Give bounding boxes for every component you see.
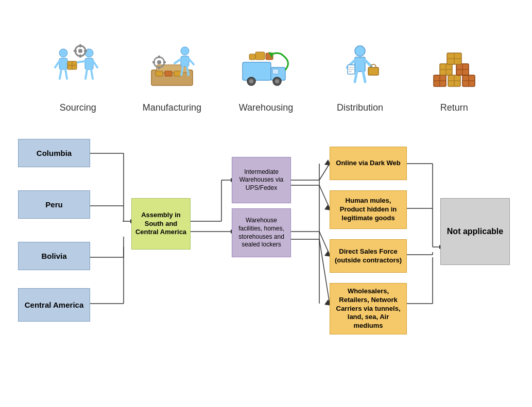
- svg-rect-33: [181, 56, 189, 66]
- svg-rect-1: [59, 58, 67, 69]
- bolivia-box: Bolivia: [18, 242, 90, 270]
- svg-line-34: [175, 59, 181, 63]
- svg-line-14: [91, 69, 93, 79]
- distribution-label: Distribution: [337, 102, 383, 113]
- svg-line-2: [55, 61, 59, 67]
- svg-rect-20: [84, 50, 87, 52]
- return-icon: [423, 37, 485, 98]
- svg-rect-29: [158, 66, 160, 69]
- svg-rect-10: [85, 58, 93, 69]
- warehouse-facilities-box: Warehouse facilities, homes, storehouses…: [232, 208, 291, 257]
- top-icons-row: Sourcing: [0, 0, 532, 118]
- svg-rect-40: [272, 69, 279, 74]
- svg-rect-28: [158, 56, 160, 58]
- svg-line-12: [93, 61, 97, 67]
- svg-rect-30: [152, 61, 155, 63]
- svg-point-27: [157, 60, 161, 64]
- svg-rect-31: [163, 61, 166, 63]
- svg-line-97: [319, 185, 330, 208]
- sourcing-icon-item: Sourcing: [42, 37, 114, 113]
- svg-line-54: [363, 72, 365, 82]
- direct-sales-box: Direct Sales Force (outside contractors): [330, 239, 407, 273]
- manufacturing-label: Manufacturing: [143, 102, 201, 113]
- not-applicable-box: Not applicable: [440, 198, 510, 265]
- intermediate-warehouse-box: Intermediate Warehouses via UPS/Fedex: [232, 157, 291, 203]
- svg-rect-24: [165, 71, 172, 76]
- svg-point-0: [59, 49, 67, 57]
- svg-rect-47: [249, 54, 255, 60]
- svg-line-5: [65, 69, 67, 79]
- online-dark-web-box: Online via Dark Web: [330, 147, 407, 180]
- svg-rect-18: [79, 55, 81, 58]
- return-label: Return: [440, 102, 468, 113]
- svg-rect-19: [74, 50, 77, 52]
- human-mules-box: Human mules, Product hidden in legitimat…: [330, 190, 407, 229]
- central-america-box: Central America: [18, 288, 90, 322]
- warehousing-label: Warehousing: [239, 102, 293, 113]
- svg-line-4: [60, 69, 61, 79]
- svg-point-49: [355, 46, 365, 56]
- svg-point-42: [249, 79, 253, 83]
- distribution-icon-item: Distribution: [324, 37, 396, 113]
- sourcing-label: Sourcing: [60, 102, 96, 113]
- svg-point-32: [181, 47, 189, 55]
- svg-rect-38: [243, 62, 271, 80]
- distribution-icon: [329, 37, 391, 98]
- manufacturing-icon-item: Manufacturing: [136, 37, 208, 113]
- assembly-box: Assembly in South and Central America: [131, 198, 191, 250]
- svg-line-94: [319, 164, 330, 180]
- svg-line-103: [319, 239, 330, 304]
- svg-point-44: [275, 79, 279, 83]
- return-icon-item: Return: [418, 37, 490, 113]
- svg-rect-17: [79, 44, 81, 47]
- svg-line-35: [189, 59, 194, 64]
- svg-rect-59: [368, 67, 379, 75]
- svg-line-13: [85, 69, 87, 79]
- peru-box: Peru: [18, 190, 90, 219]
- warehousing-icon: [235, 37, 297, 98]
- warehousing-icon-item: Warehousing: [230, 37, 302, 113]
- svg-rect-50: [355, 57, 365, 72]
- svg-point-16: [78, 49, 82, 53]
- svg-line-52: [365, 60, 371, 66]
- svg-rect-45: [255, 52, 265, 60]
- svg-line-11: [78, 61, 85, 62]
- columbia-box: Columbia: [18, 139, 90, 167]
- flowchart: Columbia Peru Bolivia Central America As…: [0, 118, 532, 406]
- svg-rect-25: [174, 71, 181, 76]
- wholesalers-box: Wholesalers, Retailers, Network Carriers…: [330, 283, 407, 334]
- svg-line-100: [319, 232, 330, 255]
- sourcing-icon: [47, 37, 109, 98]
- manufacturing-icon: [141, 37, 203, 98]
- svg-rect-23: [156, 71, 163, 76]
